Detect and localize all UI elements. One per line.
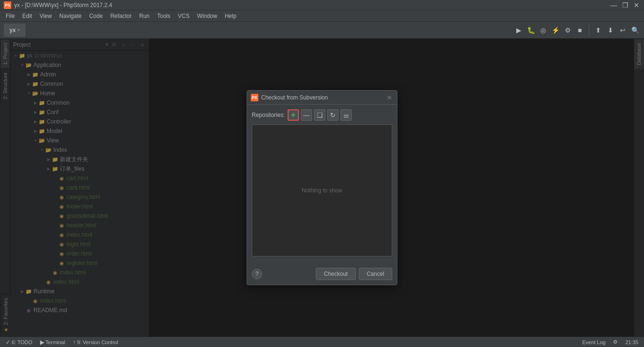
app-icon: PS (4, 1, 11, 9)
checkout-button[interactable]: Checkout (316, 268, 356, 280)
terminal-label: Terminal (46, 339, 66, 345)
title-bar-controls: — ❐ ✕ (610, 1, 640, 9)
minimize-button[interactable]: — (610, 1, 618, 9)
time-label: 21:35 (625, 339, 638, 345)
todo-status[interactable]: ✓ 6: TODO (4, 337, 34, 347)
todo-label: 6: TODO (12, 339, 33, 345)
main-area: 1: Project 2: Structure ★ 2: Favorites P… (0, 39, 644, 337)
toolbar-undo-icon[interactable]: ↩ (618, 25, 628, 35)
close-button[interactable]: ✕ (633, 1, 640, 9)
modal-overlay: PS Checkout from Subversion ✕ Repositori… (0, 39, 644, 337)
repository-settings-button[interactable]: ⚌ (340, 109, 352, 121)
toolbar-search-icon[interactable]: 🔍 (630, 25, 640, 35)
toolbar-debug-icon[interactable]: 🐛 (526, 25, 536, 35)
menu-tools[interactable]: Tools (153, 12, 174, 20)
version-control-status[interactable]: ↑ 9: Version Control (71, 337, 120, 347)
copy-repository-button[interactable]: ❏ (314, 109, 325, 121)
event-log-status[interactable]: Event Log (580, 337, 608, 347)
toolbar-run-icon[interactable]: ▶ (513, 25, 524, 35)
dialog-body: Repositories: + — ❏ ↻ ⚌ Nothing to show (247, 105, 397, 266)
add-repository-button[interactable]: + (288, 109, 299, 121)
menu-navigate[interactable]: Navigate (56, 12, 85, 20)
dialog-footer: ? Checkout Cancel (247, 266, 397, 285)
help-button[interactable]: ? (252, 269, 262, 279)
event-log-label: Event Log (582, 339, 606, 345)
repository-list: Nothing to show (252, 124, 392, 256)
menu-bar: File Edit View Navigate Code Refactor Ru… (0, 10, 644, 22)
toolbar-coverage-icon[interactable]: ◎ (538, 25, 548, 35)
dialog-ps-icon: PS (251, 94, 258, 101)
menu-help[interactable]: Help (221, 12, 240, 20)
settings-icon: ⚙ (613, 339, 618, 345)
vc-label: 9: Version Control (77, 339, 118, 345)
menu-vcs[interactable]: VCS (174, 12, 193, 20)
dialog-titlebar: PS Checkout from Subversion ✕ (247, 91, 397, 105)
status-bar: ✓ 6: TODO ▶ Terminal ↑ 9: Version Contro… (0, 337, 644, 347)
menu-file[interactable]: File (2, 12, 18, 20)
settings-status[interactable]: ⚙ (611, 337, 619, 347)
menu-edit[interactable]: Edit (18, 12, 36, 20)
cancel-button[interactable]: Cancel (359, 268, 392, 280)
project-dropdown-arrow: ▾ (17, 27, 20, 33)
toolbar: yx ▾ ▶ 🐛 ◎ ⚡ ⚙ ■ ⬆ ⬇ ↩ 🔍 (0, 22, 644, 39)
dialog-close-button[interactable]: ✕ (386, 94, 393, 101)
vc-icon: ↑ (73, 339, 75, 346)
checkout-dialog: PS Checkout from Subversion ✕ Repositori… (247, 90, 397, 285)
project-name: yx (9, 27, 16, 33)
todo-icon: ✓ (6, 339, 10, 346)
menu-run[interactable]: Run (135, 12, 153, 20)
toolbar-profile-icon[interactable]: ⚡ (550, 25, 561, 35)
refresh-repository-button[interactable]: ↻ (327, 109, 339, 121)
menu-code[interactable]: Code (85, 12, 107, 20)
time-status: 21:35 (623, 337, 640, 347)
nothing-to-show-label: Nothing to show (302, 187, 342, 194)
terminal-status[interactable]: ▶ Terminal (38, 337, 67, 347)
menu-refactor[interactable]: Refactor (107, 12, 135, 20)
toolbar-stop-icon[interactable]: ■ (575, 25, 585, 35)
repositories-label: Repositories: (252, 112, 285, 118)
title-bar-title: yx - [D:\WWW\yx] - PhpStorm 2017.2.4 (14, 2, 112, 8)
remove-repository-button[interactable]: — (301, 109, 312, 121)
menu-window[interactable]: Window (193, 12, 221, 20)
toolbar-vcs1-icon[interactable]: ⬆ (593, 25, 603, 35)
dialog-title: Checkout from Subversion (261, 94, 386, 101)
toolbar-build-icon[interactable]: ⚙ (562, 25, 573, 35)
title-bar: PS yx - [D:\WWW\yx] - PhpStorm 2017.2.4 … (0, 0, 644, 10)
terminal-icon: ▶ (40, 339, 44, 346)
maximize-button[interactable]: ❐ (621, 1, 629, 9)
repositories-row: Repositories: + — ❏ ↻ ⚌ (252, 109, 392, 121)
menu-view[interactable]: View (36, 12, 56, 20)
project-tab[interactable]: yx ▾ (4, 24, 25, 37)
toolbar-vcs2-icon[interactable]: ⬇ (605, 25, 616, 35)
